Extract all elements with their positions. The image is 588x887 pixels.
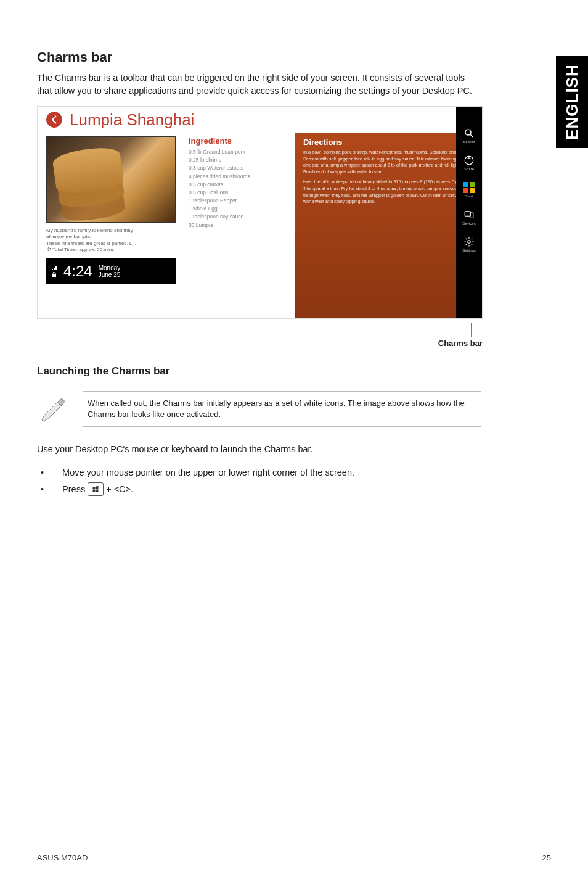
list-item: 0.3 cup Waterchestnuts (189, 164, 288, 172)
back-button[interactable] (46, 112, 62, 128)
photo-caption: My husband's family is Filipino and they… (46, 228, 176, 254)
charm-label: Start (465, 194, 473, 198)
screenshot-container: Lumpia Shanghai My husband's family is F… (37, 106, 483, 319)
list-item: Press + <C>. (37, 481, 481, 497)
caption-line: ⏱ Total Time : approx. 50 mins (46, 247, 176, 253)
step-text: Press (62, 481, 85, 497)
svg-rect-0 (52, 274, 56, 277)
caption-line: My husband's family is Filipino and they (46, 228, 176, 234)
clock-day: Monday (99, 265, 121, 271)
charm-label: Search (463, 140, 475, 144)
clock-date: Monday June 25 (99, 265, 121, 278)
charm-share[interactable]: Share (456, 155, 482, 171)
list-item: 1 tablespoon soy sauce (189, 213, 288, 221)
photo-column: My husband's family is Filipino and they… (38, 133, 182, 318)
recipe-photo (46, 136, 176, 223)
gear-icon (463, 236, 475, 247)
clock-date-line: June 25 (99, 271, 121, 278)
clock-time: 4:24 (63, 263, 92, 280)
caption-line: These little treats are great at parties… (46, 241, 176, 247)
list-item: Move your mouse pointer on the upper or … (37, 464, 481, 481)
charm-settings[interactable]: Settings (456, 236, 482, 252)
devices-icon (463, 209, 475, 220)
page-footer: ASUS M70AD 25 (37, 849, 551, 862)
svg-point-4 (468, 241, 471, 244)
steps-list: Move your mouse pointer on the upper or … (37, 464, 481, 497)
list-item: 1 whole Egg (189, 205, 288, 213)
list-item: 4 pieces dried mushrooms (189, 173, 288, 181)
charm-label: Settings (462, 249, 476, 252)
directions-column: Directions In a bowl, combine pork, shri… (295, 133, 482, 318)
directions-heading: Directions (303, 138, 476, 147)
clock-status-icons (51, 266, 57, 277)
svg-point-1 (465, 130, 471, 135)
charm-search[interactable]: Search (456, 128, 482, 144)
windows-key (88, 482, 104, 496)
search-icon (463, 128, 475, 139)
page-number: 25 (542, 853, 551, 862)
callout-line (471, 323, 472, 337)
step-text: + <C>. (106, 481, 133, 497)
app-header: Lumpia Shanghai (38, 107, 482, 133)
language-tab: ENGLISH (556, 56, 588, 148)
step-text: Move your mouse pointer on the upper or … (62, 464, 354, 481)
lock-icon (51, 272, 57, 277)
charm-start[interactable]: Start (456, 182, 482, 198)
directions-text: Heat the oil in a deep-fryer or heavy sk… (303, 179, 476, 205)
app-title: Lumpia Shanghai (70, 110, 194, 130)
use-line: Use your Desktop PC's mouse or keyboard … (37, 443, 481, 456)
clock-bar: 4:24 Monday June 25 (46, 258, 176, 284)
list-item: 0.5 cup Scallions (189, 189, 288, 197)
caption-line: all enjoy my Lumpia. (46, 234, 176, 240)
list-item: 1 tablespoon Pepper (189, 197, 288, 205)
section-heading: Charms bar (37, 49, 481, 65)
language-label: ENGLISH (563, 64, 582, 140)
directions-text: In a bowl, combine pork, shrimp, water-c… (303, 149, 476, 175)
list-item: 35 Lumpia (189, 221, 288, 229)
share-icon (463, 155, 475, 166)
charm-label: Share (464, 167, 474, 171)
note-row: When called out, the Charms bar initiall… (37, 391, 481, 427)
charm-label: Devices (462, 221, 475, 225)
ingredients-column: Ingredients 0.5 lb Ground Lean pork 0.25… (182, 133, 295, 318)
list-item: 0.5 lb Ground Lean pork (189, 148, 288, 156)
note-text: When called out, the Charms bar initiall… (83, 391, 481, 427)
list-item: 0.5 cup carrots (189, 181, 288, 189)
intro-paragraph: The Charms bar is a toolbar that can be … (37, 72, 481, 97)
windows-icon (463, 182, 475, 193)
pen-icon (37, 393, 69, 425)
network-icon (51, 266, 57, 271)
ingredients-list: 0.5 lb Ground Lean pork 0.25 lb shrimp 0… (189, 148, 288, 229)
arrow-left-icon (47, 112, 62, 127)
subsection-heading: Launching the Charms bar (37, 365, 481, 377)
charm-devices[interactable]: Devices (456, 209, 482, 225)
ingredients-heading: Ingredients (189, 136, 288, 146)
charms-bar: Search Share Start Devices Settings (456, 107, 482, 318)
footer-model: ASUS M70AD (37, 853, 88, 862)
callout-label: Charms bar (37, 339, 483, 348)
list-item: 0.25 lb shrimp (189, 156, 288, 164)
windows-icon (92, 485, 99, 493)
